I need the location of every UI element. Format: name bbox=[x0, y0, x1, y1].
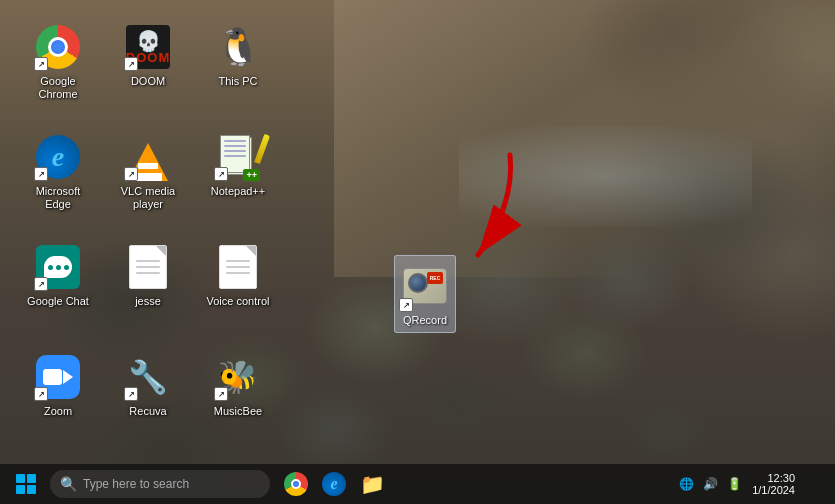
pencil-icon bbox=[254, 134, 270, 164]
shortcut-arrow: ↗ bbox=[214, 387, 228, 401]
gchat-icon-image: ↗ bbox=[34, 243, 82, 291]
gchat-dot bbox=[48, 265, 53, 270]
notepad-line bbox=[224, 150, 246, 152]
shortcut-arrow: ↗ bbox=[34, 277, 48, 291]
chrome-label: GoogleChrome bbox=[38, 75, 77, 101]
search-icon: 🔍 bbox=[60, 476, 77, 492]
notepad-line bbox=[224, 145, 246, 147]
file-line bbox=[226, 266, 250, 268]
zoom-label: Zoom bbox=[44, 405, 72, 418]
file-line bbox=[136, 260, 160, 262]
qrecord-lens bbox=[408, 273, 428, 293]
tray-battery[interactable]: 🔋 bbox=[724, 474, 744, 494]
taskbar-edge-icon: e bbox=[322, 472, 346, 496]
qrecord-label: QRecord bbox=[403, 314, 447, 326]
taskbar-explorer[interactable]: 📁 bbox=[354, 466, 390, 502]
win-sq-2 bbox=[27, 474, 36, 483]
notepadpp-label: Notepad++ bbox=[211, 185, 265, 198]
win-sq-1 bbox=[16, 474, 25, 483]
doom-skull-icon: 💀 bbox=[136, 31, 161, 51]
vlc-icon-image: ↗ bbox=[124, 133, 172, 181]
show-desktop[interactable] bbox=[807, 466, 827, 502]
icon-zoom[interactable]: ↗ Zoom bbox=[15, 345, 101, 455]
icon-jesse[interactable]: jesse bbox=[105, 235, 191, 345]
clock: 12:30 1/1/2024 bbox=[752, 472, 803, 496]
file-icon bbox=[129, 245, 167, 289]
plus-plus-badge: ++ bbox=[243, 169, 260, 181]
chrome-icon-image: ↗ bbox=[34, 23, 82, 71]
edge-label: MicrosoftEdge bbox=[36, 185, 81, 211]
chrome-inner bbox=[48, 37, 68, 57]
musicbee-label: MusicBee bbox=[214, 405, 262, 418]
jesse-label: jesse bbox=[135, 295, 161, 308]
thispc-label: This PC bbox=[218, 75, 257, 88]
qrecord-icon-container[interactable]: REC ↗ QRecord bbox=[380, 255, 470, 333]
icon-musicbee[interactable]: 🐝 ↗ MusicBee bbox=[195, 345, 281, 455]
icon-doom[interactable]: 💀 DOOM ↗ DOOM bbox=[105, 15, 191, 125]
shortcut-arrow: ↗ bbox=[399, 298, 413, 312]
taskbar-folder-icon: 📁 bbox=[360, 472, 385, 496]
gchat-bubble bbox=[44, 256, 72, 278]
zoom-triangle bbox=[63, 370, 73, 384]
windows-logo bbox=[16, 474, 36, 494]
musicbee-icon-image: 🐝 ↗ bbox=[214, 353, 262, 401]
notepad-line bbox=[224, 140, 246, 142]
taskbar-chrome-inner bbox=[291, 479, 301, 489]
shortcut-arrow: ↗ bbox=[124, 167, 138, 181]
icon-microsoft-edge[interactable]: e ↗ MicrosoftEdge bbox=[15, 125, 101, 235]
voice-control-label: Voice control bbox=[207, 295, 270, 308]
qrecord-highlight-box: REC ↗ QRecord bbox=[394, 255, 456, 333]
taskbar-chrome-icon bbox=[284, 472, 308, 496]
icon-recuva[interactable]: 🔧 ↗ Recuva bbox=[105, 345, 191, 455]
desktop-icons-area: ↗ GoogleChrome 💀 DOOM ↗ DOOM 🐧 This PC bbox=[0, 0, 300, 470]
taskbar: 🔍 Type here to search e 📁 🌐 🔊 🔋 12:30 1/… bbox=[0, 464, 835, 504]
icon-notepadpp[interactable]: ++ ↗ Notepad++ bbox=[195, 125, 281, 235]
doom-icon-image: 💀 DOOM ↗ bbox=[124, 23, 172, 71]
edge-icon-image: e ↗ bbox=[34, 133, 82, 181]
recuva-label: Recuva bbox=[129, 405, 166, 418]
tray-volume[interactable]: 🔊 bbox=[700, 474, 720, 494]
taskbar-pinned-icons: e 📁 bbox=[278, 466, 390, 502]
taskbar-chrome[interactable] bbox=[278, 466, 314, 502]
taskbar-search-box[interactable]: 🔍 Type here to search bbox=[50, 470, 270, 498]
qrecord-rec-badge: REC bbox=[427, 272, 443, 284]
win-sq-4 bbox=[27, 485, 36, 494]
vlc-stripe bbox=[134, 173, 162, 181]
date-display: 1/1/2024 bbox=[752, 484, 795, 496]
shortcut-arrow: ↗ bbox=[34, 387, 48, 401]
file-icon2 bbox=[219, 245, 257, 289]
icon-voice-control[interactable]: Voice control bbox=[195, 235, 281, 345]
shortcut-arrow: ↗ bbox=[34, 167, 48, 181]
icon-this-pc[interactable]: 🐧 This PC bbox=[195, 15, 281, 125]
file-line bbox=[226, 272, 250, 274]
icon-google-chat[interactable]: ↗ Google Chat bbox=[15, 235, 101, 345]
notepadpp-icon-image: ++ ↗ bbox=[214, 133, 262, 181]
icon-google-chrome[interactable]: ↗ GoogleChrome bbox=[15, 15, 101, 125]
gchat-dot bbox=[64, 265, 69, 270]
doom-label: DOOM bbox=[131, 75, 165, 88]
shortcut-arrow: ↗ bbox=[34, 57, 48, 71]
file-fold bbox=[156, 246, 166, 256]
start-button[interactable] bbox=[8, 466, 44, 502]
shortcut-arrow: ↗ bbox=[124, 387, 138, 401]
zoom-icon-image: ↗ bbox=[34, 353, 82, 401]
taskbar-edge[interactable]: e bbox=[316, 466, 352, 502]
tray-network[interactable]: 🌐 bbox=[676, 474, 696, 494]
shortcut-arrow: ↗ bbox=[124, 57, 138, 71]
qrecord-icon-image: REC ↗ bbox=[401, 262, 449, 310]
file-line bbox=[226, 260, 250, 262]
vlc-stripe2 bbox=[138, 163, 158, 169]
icon-vlc[interactable]: ↗ VLC mediaplayer bbox=[105, 125, 191, 235]
file-line bbox=[136, 272, 160, 274]
win-sq-3 bbox=[16, 485, 25, 494]
search-placeholder: Type here to search bbox=[83, 477, 189, 491]
zoom-camera bbox=[43, 367, 73, 387]
shortcut-arrow: ↗ bbox=[214, 167, 228, 181]
file-fold bbox=[246, 246, 256, 256]
voice-control-icon-image bbox=[214, 243, 262, 291]
gchat-dot bbox=[56, 265, 61, 270]
jesse-icon-image bbox=[124, 243, 172, 291]
recuva-icon-image: 🔧 ↗ bbox=[124, 353, 172, 401]
vlc-label: VLC mediaplayer bbox=[121, 185, 175, 211]
penguin-icon: 🐧 bbox=[216, 29, 261, 65]
